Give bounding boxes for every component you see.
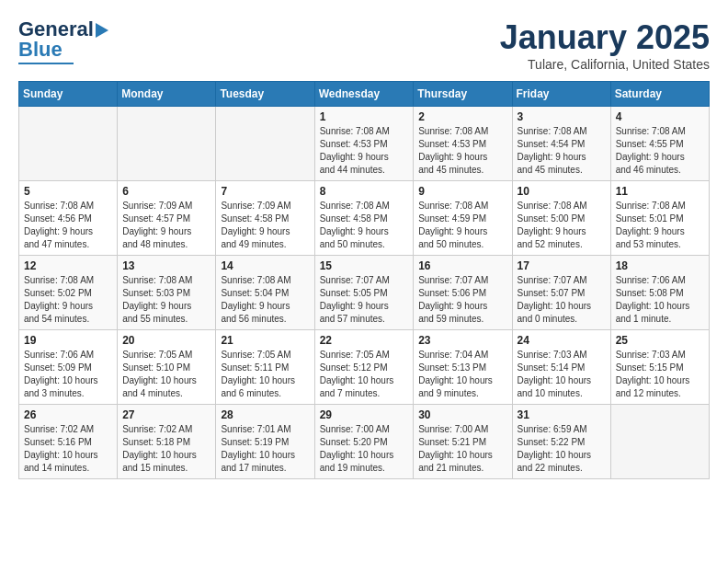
calendar-cell: 24Sunrise: 7:03 AM Sunset: 5:14 PM Dayli… bbox=[512, 330, 610, 405]
day-info: Sunrise: 7:09 AM Sunset: 4:57 PM Dayligh… bbox=[122, 200, 210, 251]
day-info: Sunrise: 7:08 AM Sunset: 4:58 PM Dayligh… bbox=[320, 200, 409, 251]
weekday-header-monday: Monday bbox=[118, 82, 216, 107]
day-number: 21 bbox=[221, 334, 309, 347]
day-number: 30 bbox=[418, 408, 506, 421]
week-row-1: 5Sunrise: 7:08 AM Sunset: 4:56 PM Daylig… bbox=[19, 181, 710, 256]
location-label: Tulare, California, United States bbox=[500, 57, 710, 72]
day-number: 13 bbox=[122, 259, 210, 272]
week-row-0: 1Sunrise: 7:08 AM Sunset: 4:53 PM Daylig… bbox=[19, 107, 710, 181]
day-info: Sunrise: 7:08 AM Sunset: 5:01 PM Dayligh… bbox=[616, 200, 704, 251]
calendar-cell: 17Sunrise: 7:07 AM Sunset: 5:07 PM Dayli… bbox=[512, 256, 610, 330]
day-number: 25 bbox=[616, 334, 704, 347]
month-title: January 2025 bbox=[500, 18, 710, 57]
weekday-header-row: SundayMondayTuesdayWednesdayThursdayFrid… bbox=[19, 82, 710, 107]
day-number: 1 bbox=[320, 110, 409, 123]
calendar-cell: 13Sunrise: 7:08 AM Sunset: 5:03 PM Dayli… bbox=[118, 256, 216, 330]
day-number: 2 bbox=[418, 110, 506, 123]
calendar-cell: 9Sunrise: 7:08 AM Sunset: 4:59 PM Daylig… bbox=[414, 181, 512, 256]
day-info: Sunrise: 7:09 AM Sunset: 4:58 PM Dayligh… bbox=[221, 200, 309, 251]
logo-text2: Blue bbox=[18, 39, 63, 61]
calendar-cell: 19Sunrise: 7:06 AM Sunset: 5:09 PM Dayli… bbox=[19, 330, 118, 405]
calendar-cell: 16Sunrise: 7:07 AM Sunset: 5:06 PM Dayli… bbox=[414, 256, 512, 330]
day-number: 22 bbox=[320, 334, 409, 347]
day-info: Sunrise: 7:06 AM Sunset: 5:08 PM Dayligh… bbox=[616, 274, 704, 326]
calendar-cell bbox=[610, 405, 709, 479]
day-number: 10 bbox=[518, 185, 606, 198]
day-number: 24 bbox=[518, 334, 606, 347]
day-number: 3 bbox=[518, 110, 606, 123]
day-info: Sunrise: 7:05 AM Sunset: 5:11 PM Dayligh… bbox=[221, 349, 309, 400]
calendar-cell: 23Sunrise: 7:04 AM Sunset: 5:13 PM Dayli… bbox=[414, 330, 512, 405]
calendar-cell: 21Sunrise: 7:05 AM Sunset: 5:11 PM Dayli… bbox=[216, 330, 314, 405]
day-number: 12 bbox=[24, 259, 112, 272]
calendar-cell: 7Sunrise: 7:09 AM Sunset: 4:58 PM Daylig… bbox=[216, 181, 314, 256]
day-number: 16 bbox=[418, 259, 506, 272]
weekday-header-thursday: Thursday bbox=[414, 82, 512, 107]
calendar-cell bbox=[19, 107, 118, 181]
weekday-header-friday: Friday bbox=[512, 82, 610, 107]
calendar-cell: 8Sunrise: 7:08 AM Sunset: 4:58 PM Daylig… bbox=[314, 181, 414, 256]
calendar-cell: 6Sunrise: 7:09 AM Sunset: 4:57 PM Daylig… bbox=[118, 181, 216, 256]
day-info: Sunrise: 7:08 AM Sunset: 5:02 PM Dayligh… bbox=[24, 274, 112, 326]
day-info: Sunrise: 7:04 AM Sunset: 5:13 PM Dayligh… bbox=[418, 349, 506, 400]
day-number: 17 bbox=[518, 259, 606, 272]
calendar-cell: 11Sunrise: 7:08 AM Sunset: 5:01 PM Dayli… bbox=[610, 181, 709, 256]
day-info: Sunrise: 7:08 AM Sunset: 4:53 PM Dayligh… bbox=[320, 125, 409, 177]
calendar-cell: 5Sunrise: 7:08 AM Sunset: 4:56 PM Daylig… bbox=[19, 181, 118, 256]
day-info: Sunrise: 7:08 AM Sunset: 4:54 PM Dayligh… bbox=[518, 125, 606, 177]
week-row-4: 26Sunrise: 7:02 AM Sunset: 5:16 PM Dayli… bbox=[19, 405, 710, 479]
day-number: 7 bbox=[221, 185, 309, 198]
calendar-cell: 1Sunrise: 7:08 AM Sunset: 4:53 PM Daylig… bbox=[314, 107, 414, 181]
day-info: Sunrise: 7:06 AM Sunset: 5:09 PM Dayligh… bbox=[24, 349, 112, 400]
calendar-cell: 27Sunrise: 7:02 AM Sunset: 5:18 PM Dayli… bbox=[118, 405, 216, 479]
day-info: Sunrise: 7:08 AM Sunset: 5:00 PM Dayligh… bbox=[518, 200, 606, 251]
day-info: Sunrise: 7:08 AM Sunset: 4:56 PM Dayligh… bbox=[24, 200, 112, 251]
calendar-cell: 25Sunrise: 7:03 AM Sunset: 5:15 PM Dayli… bbox=[610, 330, 709, 405]
calendar-cell: 10Sunrise: 7:08 AM Sunset: 5:00 PM Dayli… bbox=[512, 181, 610, 256]
day-info: Sunrise: 7:07 AM Sunset: 5:07 PM Dayligh… bbox=[518, 274, 606, 326]
day-info: Sunrise: 7:02 AM Sunset: 5:18 PM Dayligh… bbox=[122, 423, 210, 475]
day-info: Sunrise: 7:00 AM Sunset: 5:21 PM Dayligh… bbox=[418, 423, 506, 475]
day-number: 15 bbox=[320, 259, 409, 272]
day-info: Sunrise: 7:01 AM Sunset: 5:19 PM Dayligh… bbox=[221, 423, 309, 475]
day-info: Sunrise: 7:07 AM Sunset: 5:05 PM Dayligh… bbox=[320, 274, 409, 326]
day-number: 20 bbox=[122, 334, 210, 347]
calendar-cell: 31Sunrise: 6:59 AM Sunset: 5:22 PM Dayli… bbox=[512, 405, 610, 479]
logo: General Blue bbox=[18, 18, 108, 64]
calendar-cell: 26Sunrise: 7:02 AM Sunset: 5:16 PM Dayli… bbox=[19, 405, 118, 479]
day-info: Sunrise: 7:08 AM Sunset: 4:53 PM Dayligh… bbox=[418, 125, 506, 177]
day-number: 8 bbox=[320, 185, 409, 198]
day-number: 23 bbox=[418, 334, 506, 347]
page-header: General Blue January 2025 Tulare, Califo… bbox=[18, 18, 710, 72]
day-info: Sunrise: 7:08 AM Sunset: 5:04 PM Dayligh… bbox=[221, 274, 309, 326]
day-info: Sunrise: 7:03 AM Sunset: 5:15 PM Dayligh… bbox=[616, 349, 704, 400]
day-info: Sunrise: 7:02 AM Sunset: 5:16 PM Dayligh… bbox=[24, 423, 112, 475]
day-info: Sunrise: 7:08 AM Sunset: 4:55 PM Dayligh… bbox=[616, 125, 704, 177]
day-number: 6 bbox=[122, 185, 210, 198]
calendar-cell: 15Sunrise: 7:07 AM Sunset: 5:05 PM Dayli… bbox=[314, 256, 414, 330]
calendar-cell: 29Sunrise: 7:00 AM Sunset: 5:20 PM Dayli… bbox=[314, 405, 414, 479]
weekday-header-tuesday: Tuesday bbox=[216, 82, 314, 107]
day-info: Sunrise: 7:08 AM Sunset: 5:03 PM Dayligh… bbox=[122, 274, 210, 326]
week-row-2: 12Sunrise: 7:08 AM Sunset: 5:02 PM Dayli… bbox=[19, 256, 710, 330]
weekday-header-saturday: Saturday bbox=[610, 82, 709, 107]
day-number: 27 bbox=[122, 408, 210, 421]
calendar-cell: 30Sunrise: 7:00 AM Sunset: 5:21 PM Dayli… bbox=[414, 405, 512, 479]
logo-underline bbox=[18, 63, 74, 64]
day-info: Sunrise: 7:08 AM Sunset: 4:59 PM Dayligh… bbox=[418, 200, 506, 251]
calendar-cell: 18Sunrise: 7:06 AM Sunset: 5:08 PM Dayli… bbox=[610, 256, 709, 330]
calendar-cell bbox=[118, 107, 216, 181]
weekday-header-sunday: Sunday bbox=[19, 82, 118, 107]
day-number: 18 bbox=[616, 259, 704, 272]
calendar-cell: 12Sunrise: 7:08 AM Sunset: 5:02 PM Dayli… bbox=[19, 256, 118, 330]
day-number: 11 bbox=[616, 185, 704, 198]
day-number: 29 bbox=[320, 408, 409, 421]
day-number: 14 bbox=[221, 259, 309, 272]
calendar-cell bbox=[216, 107, 314, 181]
calendar-cell: 28Sunrise: 7:01 AM Sunset: 5:19 PM Dayli… bbox=[216, 405, 314, 479]
day-number: 5 bbox=[24, 185, 112, 198]
day-info: Sunrise: 7:05 AM Sunset: 5:10 PM Dayligh… bbox=[122, 349, 210, 400]
day-number: 19 bbox=[24, 334, 112, 347]
calendar-cell: 3Sunrise: 7:08 AM Sunset: 4:54 PM Daylig… bbox=[512, 107, 610, 181]
calendar-cell: 22Sunrise: 7:05 AM Sunset: 5:12 PM Dayli… bbox=[314, 330, 414, 405]
